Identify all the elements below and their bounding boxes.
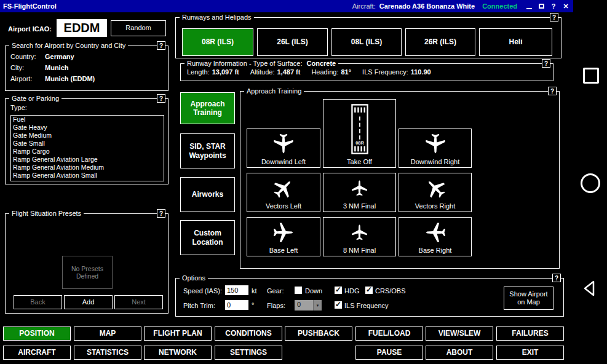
recents-square-icon[interactable]	[583, 68, 599, 84]
random-airport-button[interactable]: Random	[111, 20, 166, 36]
back-triangle-icon[interactable]	[581, 279, 599, 298]
gate-type-option[interactable]: Gate Heavy	[11, 124, 164, 132]
runway-button-08r[interactable]: 08R (ILS)	[182, 28, 253, 56]
approach-cell-take-off[interactable]: 08R Take Off	[323, 99, 396, 168]
airport-icao-input[interactable]	[57, 19, 107, 37]
approach-cell-vectors-left[interactable]: Vectors Left	[247, 173, 320, 212]
window-help-icon[interactable]: ?	[549, 1, 558, 11]
gate-type-label: Type:	[10, 104, 27, 111]
altitude-label: Altitude:	[250, 68, 275, 76]
gate-type-option[interactable]: Gate Small	[11, 140, 164, 148]
airport-label: Airport:	[10, 75, 32, 82]
help-icon[interactable]: ?	[157, 94, 165, 103]
help-icon[interactable]: ?	[552, 274, 561, 282]
ils-frequency-checkbox[interactable]	[335, 301, 342, 309]
help-icon[interactable]: ?	[550, 13, 558, 22]
flaps-select[interactable]: 0 ▼	[295, 300, 322, 311]
nav-fuel-load-button[interactable]: FUEL/LOAD	[355, 326, 423, 341]
runway-button-26l[interactable]: 26L (ILS)	[257, 28, 328, 56]
flaps-selected-value: 0	[295, 300, 313, 311]
speed-ias-input[interactable]	[225, 285, 248, 295]
maximize-box	[539, 4, 544, 9]
presets-group-title: Flight Situation Presets	[9, 209, 84, 218]
ils-frequency-checkbox-label: ILS Frequency	[344, 302, 389, 309]
nav-failures-button[interactable]: FAILURES	[496, 326, 564, 341]
hdg-checkbox[interactable]	[335, 287, 342, 294]
crs-obs-checkbox[interactable]	[365, 287, 373, 294]
mode-approach-training-button[interactable]: Approach Training	[180, 92, 235, 124]
pitch-trim-input[interactable]	[225, 300, 248, 310]
pitch-unit-label: °	[252, 301, 254, 309]
nav-aircraft-button[interactable]: AIRCRAFT	[3, 346, 71, 360]
nav-pause-button[interactable]: PAUSE	[355, 346, 423, 360]
gate-type-option[interactable]: Gate Medium	[11, 132, 164, 140]
approach-cell-vectors-right[interactable]: Vectors Right	[399, 173, 472, 212]
approach-cell-base-left[interactable]: Base Left	[247, 217, 320, 256]
approach-cell-downwind-right[interactable]: Downwind Right	[399, 129, 472, 168]
nav-settings-button[interactable]: SETTINGS	[215, 346, 282, 360]
runway-info-title: Runway Information - Type of Surface: Co…	[184, 59, 338, 68]
city-label: City:	[10, 64, 24, 71]
nav-exit-button[interactable]: EXIT	[496, 346, 564, 360]
help-icon[interactable]: ?	[157, 41, 165, 50]
gate-type-option[interactable]: Ramp General Aviation Large	[11, 156, 164, 164]
nav-map-button[interactable]: MAP	[74, 326, 141, 341]
runways-group-title: Runways and Helipads	[180, 13, 254, 22]
gear-down-checkbox[interactable]	[295, 287, 302, 294]
nav-position-button[interactable]: POSITION	[3, 326, 71, 341]
altitude-value: 1,487 ft	[277, 68, 300, 76]
nav-view-slew-button[interactable]: VIEW/SLEW	[426, 326, 493, 341]
nav-flight-plan-button[interactable]: FLIGHT PLAN	[144, 326, 212, 341]
runway-button-26r[interactable]: 26R (ILS)	[405, 28, 475, 56]
runway-number-text: 08R	[355, 140, 364, 146]
help-icon[interactable]: ?	[542, 59, 550, 68]
hdg-label: HDG	[344, 287, 359, 295]
gate-type-listbox[interactable]: Fuel Gate Heavy Gate Medium Gate Small R…	[10, 115, 164, 181]
presets-next-button[interactable]: Next	[114, 295, 163, 309]
presets-add-button[interactable]: Add	[64, 295, 113, 309]
speed-unit-label: kt	[252, 287, 257, 295]
approach-training-group: Approach Training ? Downwind Left 08R Ta…	[240, 91, 560, 269]
runway-button-08l[interactable]: 08L (ILS)	[331, 28, 402, 56]
show-airport-on-map-button[interactable]: Show Airport on Map	[504, 287, 553, 310]
gate-type-option[interactable]: Ramp Cargo	[11, 148, 164, 156]
nav-about-button[interactable]: ABOUT	[426, 346, 493, 360]
home-circle-icon[interactable]	[581, 173, 600, 193]
airplane-icon	[273, 222, 294, 243]
help-icon[interactable]: ?	[157, 209, 165, 218]
maximize-icon[interactable]	[537, 1, 546, 11]
approach-cell-8nm-final[interactable]: 8 NM Final	[323, 217, 396, 256]
help-icon[interactable]: ?	[548, 87, 557, 95]
android-nav-bar	[573, 0, 607, 364]
gear-label: Gear:	[267, 287, 284, 295]
runway-button-heli[interactable]: Heli	[479, 28, 552, 56]
nav-conditions-button[interactable]: CONDITIONS	[215, 326, 282, 341]
airplane-icon	[351, 224, 368, 240]
mode-airworks-button[interactable]: Airworks	[180, 177, 235, 212]
gate-type-option[interactable]: Ramp General Aviation Medium	[11, 164, 164, 172]
titlebar: FS-FlightControl Aircraft: Carenado A36 …	[0, 0, 573, 12]
flight-presets-group: Flight Situation Presets ? No Presets De…	[5, 213, 169, 314]
fs-flightcontrol-window: FS-FlightControl Aircraft: Carenado A36 …	[0, 0, 607, 364]
nav-network-button[interactable]: NETWORK	[144, 346, 212, 360]
runways-group: Runways and Helipads ? 08R (ILS) 26L (IL…	[175, 17, 561, 58]
gate-group-title: Gate or Parking	[9, 94, 61, 103]
airplane-icon	[273, 133, 294, 154]
minimize-icon[interactable]	[525, 1, 533, 11]
mode-custom-location-button[interactable]: Custom Location	[180, 220, 235, 255]
nav-pushback-button[interactable]: PUSHBACK	[285, 326, 352, 341]
runway-icon: 08R	[351, 104, 368, 154]
approach-cell-downwind-left[interactable]: Downwind Left	[247, 129, 320, 168]
ils-frequency-value: 110.90	[411, 68, 431, 76]
gate-type-option[interactable]: Fuel	[11, 116, 164, 124]
presets-back-button[interactable]: Back	[14, 295, 62, 309]
nav-statistics-button[interactable]: STATISTICS	[74, 346, 141, 360]
mode-sid-star-waypoints-button[interactable]: SID, STAR Waypoints	[180, 133, 235, 168]
close-icon[interactable]: ✕	[561, 1, 570, 11]
approach-cell-3nm-final[interactable]: 3 NM Final	[323, 173, 396, 212]
options-group-title: Options	[180, 274, 208, 282]
gate-type-option[interactable]: Ramp General Aviation Small	[11, 172, 164, 180]
length-value: 13,097 ft	[212, 68, 239, 76]
options-group: Options ? Speed (IAS): kt Gear: Down HDG…	[175, 278, 564, 317]
approach-cell-base-right[interactable]: Base Right	[399, 217, 472, 256]
